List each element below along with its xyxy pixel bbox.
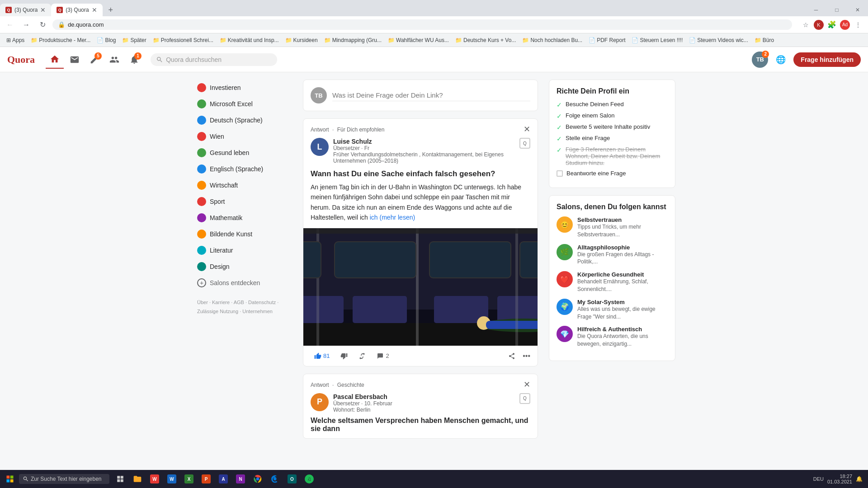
bookmark-spaeter[interactable]: 📁 Später	[119, 36, 149, 44]
tab-1-close[interactable]: ✕	[40, 6, 46, 14]
sidebar-item-deutsch--sprache-[interactable]: Deutsch (Sprache)	[193, 112, 292, 128]
profile-item-4: ✓ Füge 3 Referenzen zu Deinem Wohnort, D…	[557, 146, 668, 166]
sidebar-item-literatur[interactable]: Literatur	[193, 242, 292, 258]
bookmark-kreativitaet[interactable]: 📁 Kreativität und Insp...	[217, 36, 282, 44]
refresh-button[interactable]: ↻	[36, 19, 49, 31]
sidebar-item-gesund-leben[interactable]: Gesund leben	[193, 145, 292, 161]
close-card-button-2[interactable]: ✕	[524, 380, 530, 389]
blog-bookmark-icon: 📄	[97, 37, 104, 43]
ask-question-input[interactable]	[332, 89, 530, 101]
sidebar-label-7: Sport	[210, 198, 225, 205]
nav-home-button[interactable]	[46, 51, 64, 69]
bookmark-hochladen[interactable]: 📁 Noch hochladen Bu...	[519, 36, 585, 44]
sidebar-item-sport[interactable]: Sport	[193, 193, 292, 210]
sidebar-discover[interactable]: + Salons entdecken	[193, 275, 292, 291]
bookmark-mindmapping[interactable]: 📁 Mindmapping (Gru...	[321, 36, 384, 44]
author-avatar-1: L	[311, 138, 329, 156]
salon-desc-0: Tipps und Tricks, um mehr Selbstvertraue…	[577, 223, 668, 239]
search-bar[interactable]: Quora durchsuchen	[151, 53, 277, 66]
sidebar-item-wirtschaft[interactable]: Wirtschaft	[193, 177, 292, 193]
answer-title-1[interactable]: Wann hast Du eine Sache einfach falsch g…	[303, 168, 538, 182]
upvote-count-1: 81	[323, 352, 330, 359]
check-icon-3: ✓	[557, 135, 562, 142]
reshare-button-1[interactable]	[355, 351, 369, 361]
bookmark-star-icon[interactable]: ☆	[799, 19, 812, 31]
downvote-button-1[interactable]	[337, 351, 351, 361]
salon-item-4[interactable]: 💎 Hilfreich & Authentisch Die Quora Antw…	[557, 326, 668, 348]
sidebar-label-6: Wirtschaft	[210, 182, 238, 189]
more-options-icon[interactable]: ⋮	[852, 19, 864, 31]
share-button-1[interactable]	[505, 351, 519, 361]
add-question-button[interactable]: Frage hinzufügen	[793, 52, 861, 67]
bookmark-folder-icon: 📁	[31, 37, 38, 43]
steuern-lesen-icon: 📄	[632, 37, 638, 43]
adblock-icon[interactable]: Ad	[840, 20, 850, 30]
salon-item-2[interactable]: ❤️ Körperliche Gesundheit Behandelt Ernä…	[557, 271, 668, 293]
close-button[interactable]: ✕	[847, 3, 868, 17]
bookmark-steuern-videos[interactable]: 📄 Steuern Videos wic...	[686, 36, 751, 44]
browser-tab-1[interactable]: Q (3) Quora ✕	[0, 4, 51, 16]
forward-button[interactable]: →	[20, 19, 33, 31]
back-button[interactable]: ←	[4, 19, 16, 31]
salon-item-1[interactable]: 🌿 Alltagsphilosophie Die großen Fragen d…	[557, 244, 668, 266]
profile-item-text-1: Folge einem Salon	[566, 112, 614, 119]
nav-write-button[interactable]: 5	[85, 51, 104, 69]
sidebar-item-mathematik[interactable]: Mathematik	[193, 210, 292, 226]
bookmark-wahlfaecher[interactable]: 📁 Wahlfächer WU Aus...	[385, 36, 452, 44]
sidebar-item-investieren[interactable]: Investieren	[193, 80, 292, 96]
kreativitaet-icon: 📁	[220, 37, 226, 43]
salon-item-3[interactable]: 🌍 My Solar-System Alles was uns bewegt, …	[557, 299, 668, 321]
salon-item-0[interactable]: 😊 Selbstvertrauen Tipps und Tricks, um m…	[557, 216, 668, 239]
bookmark-deutschkurs[interactable]: 📁 Deutsche Kurs + Vo...	[453, 36, 519, 44]
bookmark-pdf[interactable]: 📄 PDF Report	[586, 36, 628, 44]
bookmark-apps[interactable]: ⊞ Apps	[4, 36, 27, 44]
browser-tab-2[interactable]: Q (3) Quora ✕	[51, 4, 102, 16]
bookmark-kursideen[interactable]: 📁 Kursideen	[283, 36, 321, 44]
language-button[interactable]: 🌐	[772, 51, 790, 69]
nav-community-button[interactable]	[105, 51, 123, 69]
second-answer-preview: Welche seltsamen Versprechen haben Mensc…	[303, 417, 538, 438]
more-button-1[interactable]: •••	[523, 352, 530, 360]
salon-info-3: My Solar-System Alles was uns bewegt, di…	[577, 299, 668, 321]
new-tab-button[interactable]: +	[104, 4, 117, 16]
sidebar-item-bildende-kunst[interactable]: Bildende Kunst	[193, 226, 292, 242]
author-name-1[interactable]: Luise Schulz	[333, 138, 515, 145]
sidebar-label-0: Investieren	[210, 84, 241, 91]
tab-2-close[interactable]: ✕	[92, 6, 97, 14]
extensions-icon[interactable]: 🧩	[826, 19, 838, 31]
sidebar-item-englisch--sprache-[interactable]: Englisch (Sprache)	[193, 161, 292, 177]
sidebar-item-microsoft-excel[interactable]: Microsoft Excel	[193, 96, 292, 112]
user-avatar[interactable]: TB 2	[752, 52, 768, 68]
bookmark-produktsuche[interactable]: 📁 Produktsuche - Mer...	[28, 36, 93, 44]
quora-logo[interactable]: Quora	[7, 54, 35, 66]
profile-icon[interactable]: K	[814, 20, 824, 30]
nav-notifications-button[interactable]: 1	[125, 51, 143, 69]
second-answer-title[interactable]: Welche seltsamen Versprechen haben Mensc…	[311, 417, 530, 433]
minimize-button[interactable]: ─	[806, 3, 826, 17]
author-name-2[interactable]: Pascal Ebersbach	[333, 393, 515, 400]
salon-info-4: Hilfreich & Authentisch Die Quora Antwor…	[577, 326, 668, 348]
bookmark-blog[interactable]: 📄 Blog	[94, 36, 118, 44]
close-card-button-1[interactable]: ✕	[524, 124, 530, 134]
profile-item-text-0: Besuche Deinen Feed	[566, 101, 624, 108]
bookmark-buero[interactable]: 📁 Büro	[752, 36, 777, 44]
url-bar[interactable]: 🔒 de.quora.com	[52, 19, 792, 30]
sidebar-icon-2	[197, 116, 206, 125]
ask-question-box: TB	[303, 80, 538, 111]
sidebar-icon-8	[197, 213, 206, 222]
answer-actions-1: 81 2 •••	[303, 346, 538, 366]
window-controls: ─ □ ✕	[806, 3, 868, 17]
header-right: TB 2 🌐 Frage hinzufügen	[752, 51, 861, 69]
author-row-1: L Luise Schulz Übersetzer · Fr Früher Ve…	[303, 138, 538, 168]
bookmark-professionell[interactable]: 📁 Professionell Schrei...	[150, 36, 216, 44]
read-more-1[interactable]: (mehr lesen)	[380, 214, 415, 221]
comment-button-1[interactable]: 2	[373, 351, 392, 361]
tab-2-title: (3) Quora	[66, 7, 89, 13]
maximize-button[interactable]: □	[826, 3, 847, 17]
sidebar-item-design[interactable]: Design	[193, 258, 292, 275]
bookmark-steuern-lesen[interactable]: 📄 Steuern Lesen !!!!	[629, 36, 685, 44]
upvote-button-1[interactable]: 81	[311, 351, 333, 361]
nav-news-button[interactable]	[66, 51, 84, 69]
sidebar-item-wien[interactable]: Wien	[193, 128, 292, 145]
answer-label-2: Antwort · Geschichte	[311, 381, 364, 388]
